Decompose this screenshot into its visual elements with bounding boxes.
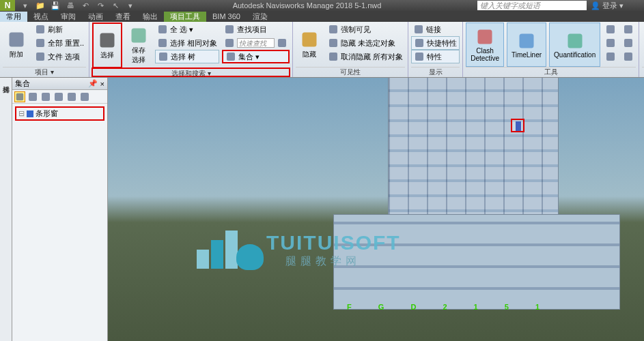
new-set-icon[interactable] (14, 91, 25, 102)
全 选  ▾-item[interactable]: 全 选 ▾ (155, 23, 219, 36)
menu-渲染[interactable]: 渲染 (247, 12, 274, 22)
window-title: Autodesk Navisworks Manage 2018 5-1.nwd (137, 1, 477, 10)
集合 ▾-item[interactable]: 集合 ▾ (222, 50, 290, 63)
ribbon: 附加刷新全部 重置..文件 选项项目 ▾选择保存 选择全 选 ▾选择 相同对象选… (0, 22, 644, 78)
menu-项目工具[interactable]: 项目工具 (164, 12, 206, 22)
panel-label[interactable]: 显示 (411, 67, 460, 76)
menu-BIM 360[interactable]: BIM 360 (206, 12, 247, 20)
import-icon[interactable] (66, 91, 77, 102)
append-button[interactable]: 附加 (3, 23, 30, 67)
doc-plus-icon (7, 30, 26, 49)
viewport-3d[interactable]: F G D 2 1 5 1 TUITUISOFT 腿腿教学网 (108, 78, 644, 341)
add-icon[interactable] (40, 91, 51, 102)
clash-button[interactable]: Clash Detective (466, 23, 504, 67)
timeliner-button[interactable]: TimeLiner (507, 23, 546, 67)
选择 树-item[interactable]: 选择 树 (155, 50, 219, 63)
g1-icon (605, 24, 616, 35)
svg-rect-18 (415, 39, 423, 47)
sets-panel: 集合 📌 × ⊟条形窗 (12, 78, 108, 341)
qat-undo-icon[interactable]: ↶ (79, 1, 92, 10)
panel-label[interactable]: 项目 ▾ (3, 67, 86, 76)
app-icon[interactable]: N (0, 0, 15, 11)
panel-label[interactable]: 工具 (466, 67, 636, 76)
g4-item[interactable] (621, 23, 636, 36)
menu-常用[interactable]: 常用 (0, 12, 27, 22)
svg-rect-15 (329, 39, 337, 47)
g2-icon (605, 38, 616, 48)
svg-rect-35 (81, 93, 89, 101)
menu-输出[interactable]: 输出 (137, 12, 164, 22)
file-opt-icon (35, 51, 46, 62)
快捷特性-item[interactable]: 快捷特性 (411, 36, 460, 50)
user-icon: 👤 (591, 1, 600, 10)
tree-item[interactable]: ⊟条形窗 (15, 106, 104, 121)
隐藏 未选定对象-item[interactable]: 隐藏 未选定对象 (326, 36, 405, 50)
qat-select-icon[interactable]: ↖ (109, 1, 122, 10)
强制可见-item[interactable]: 强制可见 (326, 23, 405, 36)
文件 选项-item[interactable]: 文件 选项 (33, 50, 86, 63)
close-icon[interactable]: × (100, 80, 104, 88)
svg-rect-3 (36, 53, 44, 61)
svg-rect-0 (10, 33, 24, 47)
选择 相同对象-item[interactable]: 选择 相同对象 (155, 36, 219, 50)
login-button[interactable]: 👤 登录 ▾ (591, 1, 624, 11)
export-icon[interactable] (79, 91, 90, 102)
quick-find-input[interactable]: 快速查找 (237, 38, 275, 48)
svg-rect-11 (278, 39, 286, 47)
hide-button[interactable]: 隐藏 (296, 23, 323, 67)
svg-rect-31 (29, 93, 37, 101)
svg-rect-21 (520, 33, 534, 48)
全部 重置..-item[interactable]: 全部 重置.. (33, 36, 86, 50)
qat-new-icon[interactable]: ▾ (19, 1, 31, 10)
quant-button[interactable]: Quantification (549, 23, 600, 67)
刷新-item[interactable]: 刷新 (33, 23, 86, 36)
panel-tools: Clash DetectiveTimeLinerQuantification工具 (463, 22, 639, 77)
g5-item[interactable] (621, 36, 636, 50)
svg-rect-2 (36, 39, 44, 47)
qat-save-icon[interactable]: 💾 (49, 1, 61, 10)
panel-visibility: 隐藏强制可见隐藏 未选定对象取消隐藏 所有对象可见性 (293, 22, 408, 77)
force-icon (328, 24, 339, 35)
qat-redo-icon[interactable]: ↷ (94, 1, 107, 10)
settings-icon[interactable] (53, 91, 64, 102)
side-tab[interactable]: 选择树 (0, 78, 12, 341)
pin-icon[interactable]: 📌 (88, 79, 98, 88)
qat-open-icon[interactable]: 📁 (34, 1, 46, 10)
svg-rect-9 (225, 25, 234, 33)
qat-print-icon[interactable]: 🖶 (64, 1, 76, 10)
clash-icon (475, 27, 494, 46)
menu-视点[interactable]: 视点 (27, 12, 55, 22)
panel-datatools: DataTools (639, 22, 644, 77)
panel-display: 链接快捷特性特性显示 (408, 22, 463, 77)
quick-prop-icon (414, 38, 425, 48)
panel-label[interactable]: 可见性 (296, 67, 405, 76)
search-go-icon[interactable] (277, 38, 288, 48)
qat-more-icon[interactable]: ▾ (124, 1, 137, 10)
g3-item[interactable] (603, 50, 618, 63)
svg-rect-23 (606, 25, 615, 33)
svg-rect-25 (606, 53, 615, 61)
tree-icon (158, 51, 169, 62)
快速查找-item[interactable]: 快速查找 (222, 36, 290, 50)
特性-item[interactable]: 特性 (411, 50, 460, 63)
new-folder-icon[interactable] (27, 91, 38, 102)
svg-rect-30 (16, 93, 24, 100)
select-button[interactable]: 选择 (92, 23, 122, 68)
g6-item[interactable] (621, 50, 636, 63)
menu-动画[interactable]: 动画 (82, 12, 109, 22)
menu-查看[interactable]: 查看 (109, 12, 137, 22)
svg-rect-12 (227, 53, 235, 61)
svg-rect-22 (568, 33, 582, 48)
search-input[interactable]: 键入关键字或短语 (477, 1, 587, 10)
g1-item[interactable] (603, 23, 618, 36)
save-sel-button[interactable]: 保存 选择 (125, 23, 152, 68)
链接-item[interactable]: 链接 (411, 23, 460, 36)
查找项目-item[interactable]: 查找项目 (222, 23, 290, 36)
panel-label[interactable]: 选择和搜索 ▾ (92, 68, 290, 77)
g2-item[interactable] (603, 36, 618, 50)
save-icon (129, 26, 148, 45)
取消隐藏 所有对象-item[interactable]: 取消隐藏 所有对象 (326, 50, 405, 63)
svg-rect-26 (624, 25, 632, 33)
menu-审阅[interactable]: 审阅 (55, 12, 82, 22)
svg-rect-13 (303, 33, 317, 47)
